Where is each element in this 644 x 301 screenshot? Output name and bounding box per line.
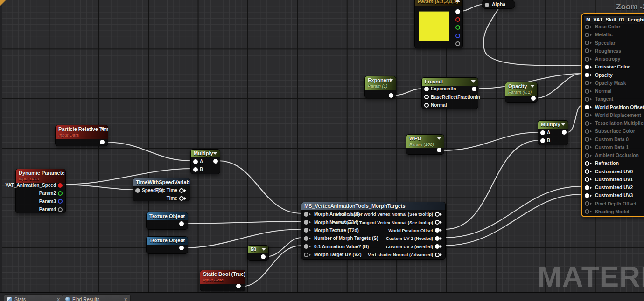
wire[interactable] — [105, 142, 191, 161]
node-fresnel[interactable]: Fresnel ExponentInBaseReflectFractionInN… — [421, 77, 478, 109]
pin[interactable] — [135, 188, 140, 193]
pin-row[interactable]: Pixel Depth Offset — [585, 200, 644, 208]
pin[interactable] — [435, 253, 440, 257]
pin[interactable] — [585, 145, 589, 150]
pin[interactable] — [304, 220, 308, 225]
node-multiply-left[interactable]: Multiply AB — [190, 149, 220, 174]
node-constant-50[interactable]: 50 — [247, 245, 269, 261]
pin-row[interactable]: Base Color — [585, 23, 644, 31]
pin[interactable] — [540, 138, 545, 143]
node-header[interactable]: Texture Object — [147, 237, 188, 245]
pin-row[interactable]: Subsurface Color — [585, 127, 644, 135]
node-wpo-param[interactable]: WPO Param (100) — [406, 134, 444, 155]
pin[interactable] — [58, 183, 63, 188]
node-header[interactable]: TimeWithSpeedVariable — [133, 178, 190, 186]
pin[interactable] — [585, 65, 589, 69]
wire[interactable] — [483, 0, 581, 66]
pin[interactable] — [585, 57, 589, 62]
wire[interactable] — [183, 229, 301, 248]
pin[interactable] — [455, 25, 460, 30]
chevron-down-icon[interactable] — [213, 152, 217, 155]
pin-row[interactable]: Time — [155, 194, 188, 202]
pin-row[interactable]: Shading Model — [585, 208, 644, 216]
pin[interactable] — [585, 48, 589, 53]
pin-row[interactable] — [455, 15, 460, 23]
output-pin[interactable] — [437, 148, 441, 152]
tab-find-results[interactable]: Find Results x — [62, 294, 131, 301]
pin-row[interactable]: Param3 — [18, 198, 63, 205]
node-morph-targets-function[interactable]: MS_VertexAnimationTools_MorphTargets Mor… — [301, 202, 446, 260]
pin-row[interactable]: Customized UV1 — [585, 176, 644, 184]
pin[interactable] — [585, 137, 589, 142]
node-static-bool[interactable]: Static Bool (True) Input Data — [200, 270, 245, 291]
pin[interactable] — [585, 33, 589, 37]
pin-row[interactable]: Tessellation Multiplier — [585, 119, 644, 127]
node-header[interactable]: Particle Relative Time Input Data — [56, 125, 108, 139]
pin[interactable] — [304, 244, 308, 249]
node-vector-parameter[interactable]: Param (5.1,2,0,1) — [414, 0, 463, 48]
pin-row[interactable]: Roughness — [585, 47, 644, 55]
chevron-down-icon[interactable] — [530, 85, 535, 88]
output-pin[interactable] — [472, 87, 476, 91]
node-header[interactable]: WPO Param (100) — [406, 135, 444, 148]
pin[interactable] — [585, 169, 589, 174]
pin-row[interactable]: Metallic — [585, 31, 644, 39]
chevron-down-icon[interactable] — [101, 128, 105, 130]
wire[interactable] — [445, 186, 581, 238]
color-swatch[interactable] — [419, 11, 449, 41]
node-texture-object-2[interactable]: Texture Object — [146, 236, 188, 254]
pin-row[interactable] — [455, 24, 460, 32]
pin[interactable] — [58, 191, 63, 196]
wire[interactable] — [535, 74, 581, 98]
pin-row[interactable]: B — [193, 165, 203, 173]
pin[interactable] — [585, 121, 589, 126]
pin[interactable] — [424, 95, 429, 99]
node-opacity-param[interactable]: Opacity Param (0.1) — [505, 82, 538, 103]
node-material-output[interactable]: M_VAT_Skill_01_Fenghiuang_Fu Base ColorM… — [581, 13, 644, 217]
pin[interactable] — [585, 73, 589, 77]
pin-row[interactable]: Param2 — [18, 189, 63, 197]
pin-row[interactable]: Customized UV2 — [585, 184, 644, 192]
output-pin[interactable] — [389, 93, 393, 98]
pin-row[interactable]: Anisotropy — [585, 55, 644, 63]
pin[interactable] — [193, 167, 198, 172]
pin[interactable] — [540, 130, 545, 135]
pin[interactable] — [304, 228, 308, 233]
chevron-down-icon[interactable] — [561, 123, 566, 126]
pin-row[interactable] — [455, 32, 460, 40]
pin[interactable] — [435, 244, 440, 249]
pin-row[interactable]: World Position Offset — [585, 103, 644, 111]
pin-row[interactable]: B — [540, 137, 550, 144]
node-header[interactable]: Exponent Param (1) — [365, 76, 396, 90]
pin[interactable] — [455, 9, 460, 14]
chevron-down-icon[interactable] — [437, 137, 441, 140]
pin[interactable] — [585, 193, 589, 198]
chevron-down-icon[interactable] — [181, 215, 185, 218]
output-pin[interactable] — [236, 284, 241, 288]
pin[interactable] — [435, 236, 440, 241]
pin[interactable] — [585, 97, 589, 102]
pin-row[interactable]: Refraction — [585, 159, 644, 167]
pin[interactable] — [585, 105, 589, 109]
pin[interactable] — [304, 253, 308, 257]
pin[interactable] — [58, 207, 63, 212]
node-header[interactable]: Multiply — [538, 121, 568, 129]
node-header[interactable]: Texture Object — [147, 212, 188, 220]
node-alpha[interactable]: Alpha — [482, 0, 515, 9]
pin-row[interactable]: World Position Offset — [332, 226, 443, 234]
pin[interactable] — [58, 199, 63, 204]
pin-row[interactable]: A — [540, 129, 550, 137]
chevron-down-icon[interactable] — [261, 248, 266, 251]
pin[interactable] — [435, 228, 440, 233]
pin[interactable] — [585, 41, 589, 45]
pin-row[interactable]: VAT_Animation_Speed — [18, 181, 63, 189]
chevron-down-icon[interactable] — [389, 79, 393, 82]
pin[interactable] — [179, 188, 184, 193]
pin[interactable] — [304, 212, 308, 217]
tab-stats[interactable]: Stats x — [4, 294, 63, 301]
pin-row[interactable]: Vert shader Normal (Advanced) — [332, 251, 443, 259]
close-icon[interactable]: x — [124, 296, 127, 301]
pin-row[interactable] — [455, 40, 460, 48]
pin-row[interactable]: Normal — [424, 101, 480, 109]
node-multiply-right[interactable]: Multiply AB — [538, 120, 568, 145]
